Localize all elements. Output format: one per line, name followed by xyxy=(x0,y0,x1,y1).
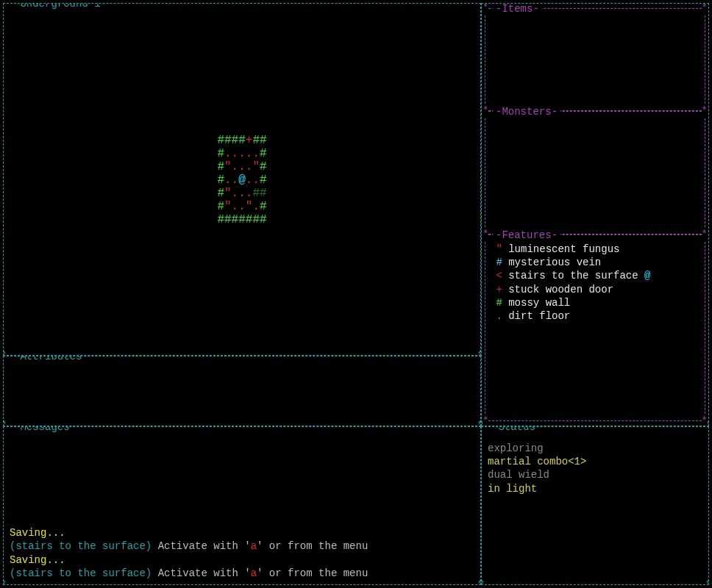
map-cell[interactable]: # xyxy=(260,173,267,187)
map-cell[interactable]: # xyxy=(217,147,224,160)
feature-line: < stairs to the surface @ xyxy=(490,269,700,282)
seen-monsters-panel: **** Monsters xyxy=(485,111,705,234)
game-layout: ** ** Underground 1 ####+###.....##"..."… xyxy=(3,3,709,585)
map-cell[interactable]: " xyxy=(246,200,253,213)
map-cell[interactable]: " xyxy=(224,187,232,200)
map-cell[interactable]: .. xyxy=(224,173,238,187)
map-cell[interactable]: " xyxy=(224,160,232,173)
map-cell[interactable]: # xyxy=(217,187,224,200)
features-list: " luminescent fungus # mysterious vein <… xyxy=(490,243,700,323)
map-cell[interactable]: " xyxy=(224,200,232,213)
here-marker: @ xyxy=(638,270,651,282)
map-cell[interactable]: # xyxy=(260,200,267,213)
status-line: exploring xyxy=(488,442,702,455)
map-cell[interactable]: # xyxy=(217,173,224,187)
map-cell[interactable]: ... xyxy=(232,160,253,173)
attributes-title: Attributes xyxy=(11,356,91,363)
seen-items-panel: **** Items xyxy=(485,8,705,111)
map-cell[interactable]: ..... xyxy=(224,147,260,160)
message-line: (stairs to the surface) Activate with 'a… xyxy=(10,539,474,553)
message-line: (stairs to the surface) Activate with 'a… xyxy=(10,567,474,580)
messages-title: Messages xyxy=(11,426,79,434)
attributes-panel: ** ** Attributes Hp:10/10 Mp: 7/ 7 Ep:10… xyxy=(3,356,481,426)
status-line: martial combo<1> xyxy=(488,455,702,468)
map-cell[interactable]: #### xyxy=(217,134,245,147)
feature-name: mysterious vein xyxy=(508,257,601,268)
map-cell[interactable]: # xyxy=(217,160,224,173)
feature-symbol: + xyxy=(490,284,508,295)
map-cell[interactable]: . xyxy=(252,200,260,213)
status-title: Status xyxy=(489,426,544,434)
map-cell[interactable]: ... xyxy=(232,187,253,200)
map-cell[interactable]: ## xyxy=(252,134,266,147)
feature-symbol: < xyxy=(490,270,508,282)
map-cell[interactable]: # xyxy=(252,187,260,200)
map-panel[interactable]: ** ** Underground 1 ####+###.....##"..."… xyxy=(3,3,481,356)
feature-name: mossy wall xyxy=(508,297,570,309)
map-cell[interactable]: # xyxy=(260,187,267,200)
messages-body: Saving...(stairs to the surface) Activat… xyxy=(10,526,474,580)
map-cell[interactable]: # xyxy=(217,200,224,213)
status-line: in light xyxy=(488,482,702,495)
map-cell[interactable]: @ xyxy=(238,173,246,187)
map-cell[interactable]: ####### xyxy=(217,213,266,226)
map-cell[interactable]: # xyxy=(260,160,267,173)
feature-name: stuck wooden door xyxy=(508,284,613,295)
feature-name: dirt floor xyxy=(508,310,570,322)
map-grid[interactable]: ####+###.....##"..."##..@..##"...###".."… xyxy=(217,134,266,226)
status-panel: ** ** Status exploringmartial combo<1>du… xyxy=(481,426,709,585)
message-line: Saving... xyxy=(10,526,474,539)
feature-name: luminescent fungus xyxy=(508,243,619,255)
feature-symbol: # xyxy=(490,257,508,268)
feature-line: # mysterious vein xyxy=(490,256,700,269)
map-cell[interactable]: " xyxy=(252,160,260,173)
map-cell[interactable]: .. xyxy=(232,200,246,213)
feature-name: stairs to the surface xyxy=(508,270,638,282)
feature-symbol: " xyxy=(490,243,508,255)
feature-symbol: # xyxy=(490,297,508,309)
seen-features-panel: **** Features " luminescent fungus # mys… xyxy=(485,234,705,421)
feature-symbol: . xyxy=(490,310,508,322)
feature-line: . dirt floor xyxy=(490,309,700,323)
seen-panel: ** ** Seen **** Items **** Monsters ****… xyxy=(481,3,709,426)
status-body: exploringmartial combo<1>dual wieldin li… xyxy=(488,442,702,495)
map-title: Underground 1 xyxy=(11,3,110,10)
map-cell[interactable]: # xyxy=(260,147,267,160)
map-cell[interactable]: + xyxy=(246,134,253,147)
messages-panel: ** ** Messages Saving...(stairs to the s… xyxy=(3,426,481,585)
feature-line: " luminescent fungus xyxy=(490,243,700,256)
map-cell[interactable]: .. xyxy=(246,173,260,187)
feature-line: + stuck wooden door xyxy=(490,283,700,296)
feature-line: # mossy wall xyxy=(490,296,700,309)
status-line: dual wield xyxy=(488,468,702,481)
message-line: Saving... xyxy=(10,553,474,567)
